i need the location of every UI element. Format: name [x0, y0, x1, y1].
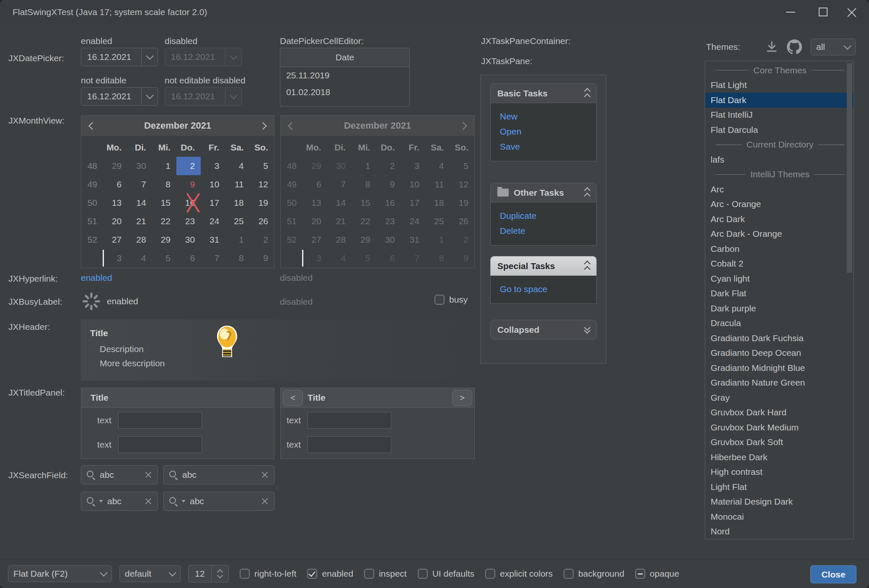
calendar-cell[interactable]: 51	[81, 212, 103, 231]
calendar-cell[interactable]: 23	[176, 212, 201, 231]
theme-item[interactable]: lafs	[705, 152, 853, 167]
busy-checkbox[interactable]: busy	[434, 295, 468, 305]
font-size-spinner[interactable]: 12	[188, 565, 229, 583]
calendar-cell[interactable]: 24	[201, 212, 225, 231]
titledpanel-prev-button[interactable]: <	[283, 390, 303, 406]
theme-item[interactable]: Dark Flat	[705, 286, 853, 301]
text-input[interactable]	[118, 436, 202, 453]
calendar-cell[interactable]: 9	[176, 175, 201, 194]
theme-item[interactable]: Dark purple	[705, 301, 853, 316]
calendar-cell[interactable]: 22	[152, 212, 176, 231]
calendar-cell[interactable]: 9	[250, 249, 274, 267]
calendar-cell[interactable]: 7	[127, 175, 152, 194]
theme-item[interactable]: Arc Dark	[705, 212, 853, 227]
hyperlink-enabled[interactable]: enabled	[81, 273, 112, 283]
taskpane-link[interactable]: Save	[491, 139, 596, 154]
clear-icon[interactable]	[261, 471, 269, 479]
themes-filter-combo[interactable]: all	[811, 39, 856, 55]
spinner-arrows[interactable]	[211, 565, 228, 582]
taskpane-link[interactable]: New	[491, 109, 596, 124]
collapse-chevron-icon[interactable]	[585, 261, 590, 272]
search-input[interactable]: abc	[190, 496, 256, 506]
theme-item[interactable]: Core Themes	[705, 63, 853, 78]
checkbox-box[interactable]	[240, 569, 250, 579]
search-input[interactable]: abc	[100, 470, 140, 480]
taskpane-basic-header[interactable]: Basic Tasks	[490, 83, 597, 103]
clear-icon[interactable]	[144, 471, 153, 479]
calendar-cell[interactable]: 11	[225, 175, 249, 194]
option-checkbox[interactable]: explicit colors	[485, 569, 553, 579]
expand-chevron-icon[interactable]	[585, 327, 590, 333]
calendar-cell[interactable]: 30	[176, 231, 201, 249]
search-field-2[interactable]: abc	[163, 465, 274, 484]
clear-icon[interactable]	[261, 497, 269, 505]
calendar-cell[interactable]: 3	[201, 157, 225, 175]
calendar-cell[interactable]: 27	[103, 231, 127, 249]
taskpane-special-header[interactable]: Special Tasks	[490, 256, 597, 276]
calendar-cell[interactable]: Di.	[127, 138, 152, 157]
theme-item[interactable]: Gray	[705, 390, 853, 405]
checkbox-box[interactable]	[564, 569, 574, 579]
taskpane-collapsed-header[interactable]: Collapsed	[490, 320, 597, 339]
scrollbar-thumb[interactable]	[847, 63, 852, 273]
table-row[interactable]: 01.02.2018	[280, 84, 409, 101]
calendar-cell[interactable]: 21	[127, 212, 152, 231]
calendar-cell[interactable]: 26	[250, 212, 274, 231]
calendar-cell[interactable]: 4	[127, 249, 152, 267]
theme-item[interactable]: Flat Dark	[705, 93, 853, 108]
calendar-cell[interactable]: 4	[225, 157, 249, 175]
spinner-value[interactable]: 12	[189, 565, 211, 582]
calendar-cell[interactable]: 50	[81, 194, 103, 212]
close-button[interactable]: Close	[810, 565, 856, 583]
calendar-cell[interactable]: 20	[103, 212, 127, 231]
checkbox-box[interactable]	[307, 569, 317, 579]
collapse-chevron-icon[interactable]	[585, 88, 590, 99]
calendar-cell[interactable]: 31	[201, 231, 225, 249]
theme-item[interactable]: Flat Light	[705, 78, 853, 93]
taskpane-link[interactable]: Go to space	[491, 282, 596, 297]
checkbox-box[interactable]	[364, 569, 374, 579]
calendar-cell[interactable]: 5	[250, 157, 274, 175]
theme-item[interactable]: Nord	[705, 524, 853, 539]
search-dropdown-icon[interactable]	[181, 500, 186, 503]
theme-item[interactable]: Gradianto Midnight Blue	[705, 360, 853, 376]
checkbox-box[interactable]	[485, 569, 495, 579]
calendar-cell[interactable]: 52	[81, 231, 103, 249]
text-input[interactable]	[118, 412, 202, 429]
text-input[interactable]	[308, 436, 391, 453]
calendar-cell[interactable]: 16	[176, 194, 201, 212]
calendar-cell[interactable]: So.	[250, 138, 274, 157]
theme-item[interactable]: IntelliJ Themes	[705, 167, 853, 182]
theme-item[interactable]: Current Directory	[705, 137, 853, 153]
calendar-cell[interactable]: Sa.	[225, 138, 249, 157]
minimize-button[interactable]	[777, 0, 804, 24]
github-icon[interactable]	[787, 39, 802, 54]
theme-item[interactable]: Material Design Dark	[705, 495, 853, 510]
calendar-cell[interactable]: 29	[103, 157, 127, 175]
taskpane-link[interactable]: Open	[491, 124, 596, 139]
option-checkbox[interactable]: opaque	[635, 569, 679, 579]
calendar-cell[interactable]: 10	[201, 175, 225, 194]
calendar-cell[interactable]: Mo.	[103, 138, 127, 157]
theme-item[interactable]: Dracula	[705, 316, 853, 331]
calendar-cell[interactable]: 2	[250, 231, 274, 249]
taskpane-link[interactable]: Duplicate	[491, 208, 596, 223]
calendar-cell[interactable]: 6	[103, 175, 127, 194]
collapse-chevron-icon[interactable]	[585, 187, 590, 198]
calendar-cell[interactable]: 14	[127, 194, 152, 212]
table-row[interactable]: 25.11.2019	[280, 67, 409, 84]
theme-item[interactable]: Cobalt 2	[705, 256, 853, 272]
download-icon[interactable]	[765, 40, 778, 54]
theme-item[interactable]: Flat Darcula	[705, 122, 853, 137]
lookandfeel-combo[interactable]: Flat Dark (F2)	[8, 565, 112, 582]
search-field-4[interactable]: abc	[163, 492, 274, 511]
calendar-cell[interactable]: 18	[225, 194, 249, 212]
clear-icon[interactable]	[144, 497, 153, 505]
theme-item[interactable]: Gruvbox Dark Medium	[705, 420, 853, 435]
calendar-cell[interactable]: 3	[103, 249, 127, 267]
theme-item[interactable]: Flat IntelliJ	[705, 108, 853, 123]
calendar-cell[interactable]: 12	[250, 175, 274, 194]
search-input[interactable]: abc	[107, 496, 140, 506]
calendar-cell[interactable]: Fr.	[201, 138, 225, 157]
theme-item[interactable]: Monocai	[705, 509, 853, 524]
